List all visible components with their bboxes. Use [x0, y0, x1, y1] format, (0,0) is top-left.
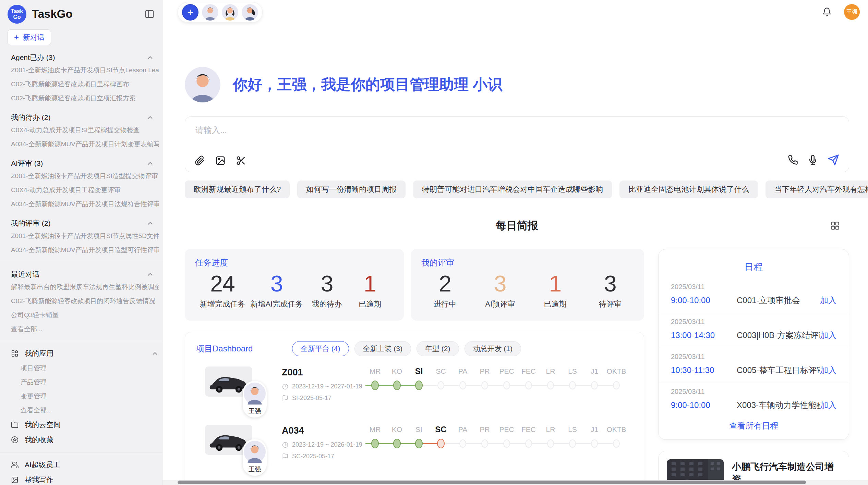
folder-icon [11, 421, 19, 428]
milestone-dot-done[interactable] [415, 439, 423, 448]
dashboard-filter-chip[interactable]: 全新上装 (3) [354, 341, 411, 356]
apps-grid-icon [11, 350, 19, 357]
milestone-dot-done[interactable] [371, 381, 379, 390]
sidebar-item[interactable]: Z001-全新燃油轻卡产品开发项目SI造型提交物评审 [11, 169, 159, 183]
sidebar-section-header[interactable]: Agent已办 (3) [11, 53, 154, 62]
suggestion-chip[interactable]: 特朗普可能对进口汽车增税会对中国车企造成哪些影响 [413, 181, 612, 198]
chat-input[interactable] [195, 125, 607, 135]
join-meeting-link[interactable]: 加入 [820, 295, 836, 306]
milestone-dot-todo[interactable] [525, 381, 532, 389]
horizontal-scrollbar-thumb[interactable] [178, 481, 806, 484]
sidebar-item-my-apps[interactable]: 我的应用 [11, 346, 159, 361]
milestone-dot-todo[interactable] [503, 381, 510, 389]
milestone-label: MR [364, 367, 386, 375]
milestone-dot-todo[interactable] [569, 381, 576, 389]
milestone-dot-todo[interactable] [591, 381, 598, 389]
chat-input-box [185, 116, 849, 172]
sidebar-item[interactable]: Z001-全新燃油轻卡产品开发项目SI节点属性5D文件评审 [11, 229, 159, 243]
milestone-dot-done[interactable] [393, 381, 401, 390]
milestone-dot-todo[interactable] [503, 439, 510, 448]
sidebar-link[interactable]: 我的云空间 [11, 417, 159, 432]
sidebar-section-title: 我的待办 (2) [11, 113, 51, 122]
milestone-dot-todo[interactable] [459, 381, 466, 389]
suggestion-chip[interactable]: 当下年轻人对汽车外观有怎样的喜好趋势 [765, 181, 868, 198]
users-icon [11, 461, 19, 469]
sidebar-item[interactable]: C0X4-动力总成开发项目工程变更评审 [11, 183, 159, 197]
teammate-avatar[interactable] [222, 4, 238, 21]
sidebar-section-header[interactable]: 最近对话 [11, 270, 154, 279]
milestone-dot-overdue[interactable] [437, 439, 445, 448]
milestone-dot-todo[interactable] [437, 381, 444, 389]
milestone-dot-todo[interactable] [547, 381, 554, 389]
milestone-dot-todo[interactable] [591, 439, 598, 448]
stat-value: 2 [426, 270, 464, 297]
dashboard-filter-chip[interactable]: 年型 (2) [417, 341, 459, 356]
sidebar-item[interactable]: C02-飞腾新能源轻客改款项目立项汇报方案 [11, 91, 159, 105]
sidebar-section-header[interactable]: 我的评审 (2) [11, 219, 154, 228]
sidebar-item[interactable]: A034-全新新能源MUV产品开发项目计划变更表编写 [11, 137, 159, 151]
recent-view-all-link[interactable]: 查看全部... [11, 322, 159, 336]
app-item[interactable]: 产品管理 [21, 375, 159, 389]
briefing-layout-icon[interactable] [830, 221, 840, 231]
project-row[interactable]: 王强Z0012023-12-19 ~ 2027-01-19SI-2025-05-… [185, 362, 644, 421]
suggestion-chip[interactable]: 欧洲新规最近颁布了什么? [185, 181, 290, 198]
recent-chat-item[interactable]: 公司Q3轻卡销量 [11, 308, 159, 322]
sidebar-link[interactable]: 我的收藏 [11, 432, 159, 447]
schedule-time: 9:00-10:00 [671, 400, 737, 410]
suggestion-chip[interactable]: 比亚迪全固态电池计划具体说了什么 [619, 181, 758, 198]
new-chat-button[interactable]: + 新对话 [8, 29, 51, 45]
paperclip-icon[interactable] [195, 156, 205, 166]
join-meeting-link[interactable]: 加入 [820, 400, 836, 411]
app-item[interactable]: 项目管理 [21, 361, 159, 375]
teammate-avatar[interactable] [202, 4, 218, 21]
suggestion-chip[interactable]: 如何写一份清晰的项目周报 [297, 181, 406, 198]
milestone-dot-todo[interactable] [547, 439, 554, 448]
milestone-dot-todo[interactable] [481, 381, 488, 389]
project-row[interactable]: 王强A0342023-12-19 ~ 2026-01-19SC-2025-05-… [185, 421, 644, 479]
microphone-icon[interactable] [808, 155, 818, 165]
sidebar-item[interactable]: Z001-全新燃油皮卡产品开发项目SI节点Lesson Learn报告 [11, 63, 159, 77]
join-meeting-link[interactable]: 加入 [820, 365, 836, 376]
milestone-dot-todo[interactable] [525, 439, 532, 448]
dashboard-filter-chip[interactable]: 全新平台 (4) [292, 341, 349, 356]
milestone-dot-todo[interactable] [459, 439, 466, 448]
recent-chat-item[interactable]: 解释最新出台的欧盟报废车法规再生塑料比例被调至15%... [11, 280, 159, 294]
dashboard-filter-chip[interactable]: 动总开发 (1) [465, 341, 521, 356]
milestone-label: PA [452, 425, 474, 434]
sidebar-section-header[interactable]: 我的待办 (2) [11, 113, 154, 122]
sidebar-item[interactable]: C0X4-动力总成开发项目SI里程碑提交物检查 [11, 123, 159, 137]
stat-label: 我的待办 [308, 299, 346, 309]
stat-value: 3 [481, 270, 519, 297]
sidebar-collapse-icon[interactable] [144, 9, 155, 19]
sidebar-item[interactable]: A034-全新新能源MUV产品开发项目法规符合性评审 [11, 197, 159, 211]
sidebar-item[interactable]: C02-飞腾新能源轻客改款项目里程碑画布 [11, 77, 159, 91]
view-all-schedule-link[interactable]: 查看所有日程 [659, 420, 849, 431]
schedule-event-title: X003-车辆动力学性能验... [737, 400, 820, 411]
teammate-avatar[interactable] [242, 4, 258, 21]
milestone-stepper: MRKOSISCPAPRPECFECLRLSJ1OKTB [364, 365, 627, 394]
milestone-dot-todo[interactable] [613, 439, 620, 448]
milestone-dot-done[interactable] [415, 381, 423, 390]
sidebar-tool[interactable]: AI超级员工 [11, 457, 159, 472]
milestone-dot-done[interactable] [371, 439, 379, 448]
stat-label: 已逾期 [536, 299, 574, 309]
add-member-button[interactable]: + [182, 4, 198, 21]
user-avatar[interactable]: 王强 [844, 4, 860, 20]
sidebar-tool[interactable]: 帮我写作 [11, 472, 159, 485]
milestone-dot-todo[interactable] [613, 381, 620, 389]
phone-icon[interactable] [788, 155, 798, 165]
milestone-dot-todo[interactable] [569, 439, 576, 448]
send-icon[interactable] [828, 154, 839, 166]
scissors-icon[interactable] [236, 156, 246, 166]
sidebar-item[interactable]: A034-全新新能源MUV产品开发项目造型可行性评审 [11, 243, 159, 257]
flag-icon [282, 395, 289, 402]
app-item[interactable]: 变更管理 [21, 389, 159, 403]
sidebar-section-header[interactable]: AI评审 (3) [11, 159, 154, 168]
apps-view-all-link[interactable]: 查看全部... [21, 403, 159, 417]
notifications-bell-icon[interactable] [822, 7, 832, 17]
recent-chat-item[interactable]: C02-飞腾新能源轻客改款项目的闭环通告反馈情况 [11, 294, 159, 308]
image-icon[interactable] [215, 156, 226, 166]
join-meeting-link[interactable]: 加入 [820, 330, 836, 341]
milestone-dot-done[interactable] [393, 439, 401, 448]
milestone-dot-todo[interactable] [481, 439, 488, 448]
